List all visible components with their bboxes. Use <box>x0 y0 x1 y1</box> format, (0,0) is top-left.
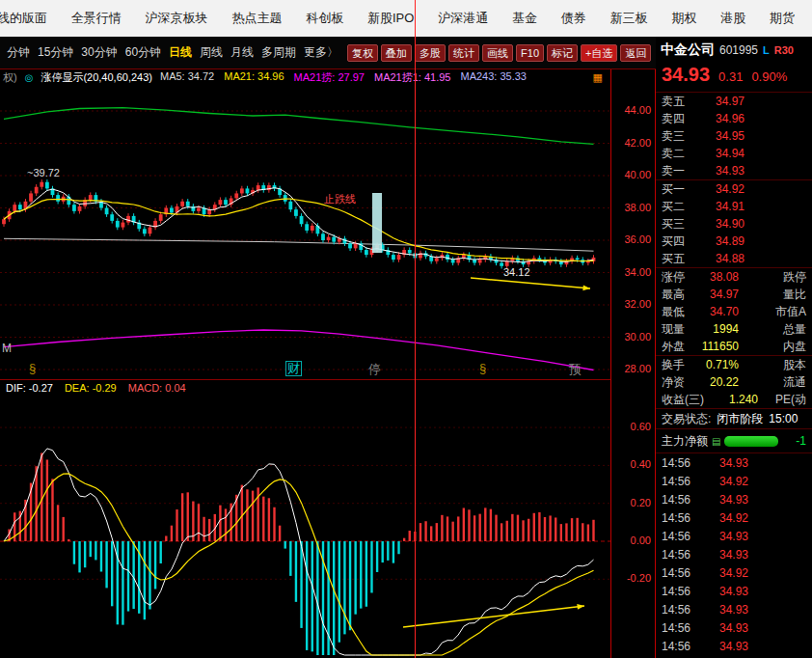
toolbar-button-6[interactable]: F10 <box>516 44 544 62</box>
menu-item-5[interactable]: 科创板 <box>302 10 347 27</box>
menu-item-4[interactable]: 热点主题 <box>228 10 285 27</box>
order-book-row[interactable]: 买五34.88 <box>656 250 812 267</box>
tick-time: 14:56 <box>662 475 702 488</box>
macd-axis-label: 0.40 <box>631 458 651 470</box>
toolbar-button-8[interactable]: +自选 <box>581 44 617 62</box>
candlestick-chart[interactable]: ~39.72止跌线34.12 §财停§预M <box>0 85 610 380</box>
toolbar-button-3[interactable]: 多股 <box>415 44 446 62</box>
price-axis-label: 34.00 <box>624 266 651 278</box>
tick-price: 34.93 <box>702 548 748 562</box>
tick-row: 14:5634.92 <box>656 508 812 527</box>
period-item-3[interactable]: 30分钟 <box>77 44 121 61</box>
toolbar-button-1[interactable]: 复权 <box>347 44 378 62</box>
macd-axis-label: 0.60 <box>631 421 651 432</box>
tick-price: 34.93 <box>702 585 748 598</box>
svg-text:止跌线: 止跌线 <box>324 193 356 205</box>
info-row: 最低34.70市值A <box>656 303 812 320</box>
toolbar-button-2[interactable]: 叠加 <box>381 44 412 62</box>
stock-code: 601995 <box>719 43 758 57</box>
net-flow-bar <box>724 436 778 447</box>
info-value: 0.71% <box>687 358 739 371</box>
indicator-settings-icon[interactable]: ▦ <box>593 71 603 84</box>
info-row: 最高34.97量比 <box>656 286 812 303</box>
price-axis-label: 32.00 <box>624 298 651 310</box>
menu-item-11[interactable]: 期权 <box>667 10 700 27</box>
period-item-7[interactable]: 月线 <box>227 44 257 61</box>
tick-price: 34.93 <box>702 530 748 543</box>
main-net-flow-row[interactable]: 主力净额 ▤ -1 <box>656 429 812 452</box>
tick-row: 14:5634.93 <box>656 618 812 637</box>
info-row: 净资20.22流通 <box>656 373 812 391</box>
margin-badge: L <box>763 44 770 56</box>
tick-row: 14:5634.92 <box>656 563 812 582</box>
tick-time: 14:56 <box>662 621 702 635</box>
tick-price: 34.93 <box>702 603 748 617</box>
clipped-label: 权) <box>3 70 17 85</box>
order-book-level: 买二 <box>662 199 694 215</box>
order-book-row[interactable]: 卖二34.94 <box>656 145 812 162</box>
info-row: 现量1994总量 <box>656 320 812 338</box>
order-book-row[interactable]: 卖五34.97 <box>656 93 812 110</box>
order-book-row[interactable]: 买三34.90 <box>656 215 812 233</box>
candlestick-svg: ~39.72止跌线34.12 <box>0 85 610 380</box>
toolbar-button-5[interactable]: 画线 <box>482 44 513 62</box>
toolbar-button-9[interactable]: 返回 <box>620 44 651 62</box>
tick-row: 14:5634.93 <box>656 600 812 618</box>
tick-price: 34.92 <box>702 475 748 488</box>
price-axis-label: 28.00 <box>624 363 651 374</box>
menu-item-8[interactable]: 基金 <box>508 10 541 27</box>
period-item-8[interactable]: 多周期 <box>257 44 300 61</box>
tick-time: 14:56 <box>662 511 702 525</box>
order-book-row[interactable]: 买一34.92 <box>656 180 812 198</box>
menu-item-12[interactable]: 港股 <box>717 10 749 27</box>
tick-price: 34.93 <box>702 493 748 507</box>
last-price: 34.93 <box>662 64 710 86</box>
info-label: 最低 <box>662 304 685 320</box>
period-item-2[interactable]: 15分钟 <box>34 44 77 61</box>
menu-item-6[interactable]: 新股IPO <box>364 10 418 27</box>
order-book-level: 买四 <box>662 233 694 250</box>
tick-row: 14:5634.93 <box>656 527 812 545</box>
indicator-dot-icon[interactable]: ◎ <box>25 72 34 83</box>
period-item-1[interactable]: 分钟 <box>3 44 34 61</box>
order-book-row[interactable]: 卖一34.93 <box>656 162 812 179</box>
price-axis: 44.0042.0040.0038.0036.0034.0032.0030.00… <box>610 69 656 658</box>
order-book-price: 34.93 <box>694 164 744 178</box>
menu-item-9[interactable]: 债券 <box>557 10 590 27</box>
period-item-4[interactable]: 60分钟 <box>122 44 165 61</box>
order-book-row[interactable]: 卖三34.95 <box>656 127 812 145</box>
order-book-row[interactable]: 买四34.89 <box>656 233 812 250</box>
macd-value: MACD: 0.04 <box>128 382 186 394</box>
menu-item-7[interactable]: 沪深港通 <box>434 10 492 27</box>
order-book-row[interactable]: 买二34.91 <box>656 198 812 215</box>
tick-row: 14:5634.93 <box>656 490 812 508</box>
tick-row: 14:5634.93 <box>656 545 812 563</box>
info-label-right: 内盘 <box>739 339 806 355</box>
period-item-9[interactable]: 更多〉 <box>300 44 342 61</box>
order-book-row[interactable]: 卖四34.96 <box>656 110 812 127</box>
price-axis-label: 36.00 <box>624 233 651 245</box>
menu-item-2[interactable]: 全景行情 <box>68 10 125 27</box>
order-book-price: 34.96 <box>694 112 744 125</box>
order-book-price: 34.95 <box>694 129 744 143</box>
toolbar-button-4[interactable]: 统计 <box>448 44 479 62</box>
tick-time: 14:56 <box>662 566 702 580</box>
info-label-right: 市值A <box>739 304 806 320</box>
menu-item-10[interactable]: 新三板 <box>607 10 652 27</box>
info-row: 涨停38.08跌停 <box>656 268 812 286</box>
toolbar-button-7[interactable]: 标记 <box>547 44 578 62</box>
info-label-right: 总量 <box>739 321 806 338</box>
macd-axis-label: 0.00 <box>631 535 651 546</box>
info-row: 外盘111650内盘 <box>656 338 812 355</box>
fundamental-rows: 换手0.71%股本净资20.22流通收益(三)1.240PE(动 <box>656 355 812 408</box>
tick-time: 14:56 <box>662 530 702 543</box>
stock-name[interactable]: 中金公司 <box>661 41 715 59</box>
period-item-6[interactable]: 周线 <box>196 44 227 61</box>
menu-item-1[interactable]: 线的版面 <box>0 10 51 27</box>
macd-chart[interactable] <box>0 396 610 658</box>
period-item-5[interactable]: 日线 <box>165 44 196 61</box>
watermark-glyph-2: 财 <box>285 361 302 376</box>
menu-item-3[interactable]: 沪深京板块 <box>142 10 212 27</box>
indicator-name[interactable]: 涨停显示(20,40,60,243) <box>41 70 152 85</box>
menu-item-13[interactable]: 期货 <box>766 10 798 27</box>
